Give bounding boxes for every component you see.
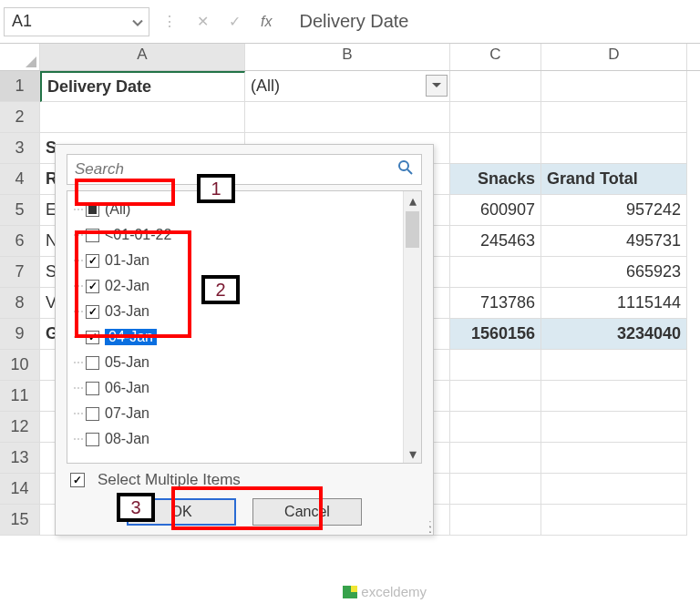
cell-c1[interactable]	[450, 71, 541, 102]
filter-item[interactable]: 07-Jan	[86, 401, 399, 426]
svg-point-0	[399, 161, 408, 170]
checkbox-checked-icon[interactable]	[86, 280, 99, 293]
chevron-down-icon[interactable]	[132, 12, 143, 31]
filter-item-label: 08-Jan	[105, 431, 149, 447]
dropdown-icon: ⋮	[162, 13, 177, 30]
name-box-value: A1	[12, 12, 32, 31]
scrollbar[interactable]: ▴ ▾	[403, 191, 421, 463]
select-multiple-label: Select Multiple Items	[98, 471, 241, 489]
cell-c6[interactable]: 245463	[450, 226, 541, 257]
checkbox-checked-icon[interactable]	[86, 331, 99, 344]
filter-item[interactable]: 02-Jan	[86, 273, 399, 299]
formula-bar-icons: ⋮ ✕ ✓ fx	[162, 13, 272, 30]
ok-button[interactable]: OK	[127, 498, 236, 526]
row-header[interactable]: 4	[0, 164, 40, 195]
checkbox-icon[interactable]	[86, 356, 99, 370]
filter-item-label: <01-01-22	[105, 227, 171, 243]
scroll-up-icon[interactable]: ▴	[404, 191, 421, 210]
checkbox-icon[interactable]	[86, 407, 99, 421]
filter-item-selected[interactable]: 04-Jan	[86, 324, 399, 350]
search-icon[interactable]	[397, 159, 414, 179]
row-header[interactable]: 10	[0, 350, 40, 381]
cell-d6[interactable]: 495731	[541, 226, 687, 257]
cell-b1[interactable]: (All)	[245, 71, 450, 102]
check-icon: ✓	[229, 13, 241, 30]
filter-item[interactable]: 08-Jan	[86, 426, 399, 452]
filter-item-label: 07-Jan	[105, 405, 149, 422]
filter-dropdown-icon[interactable]	[426, 75, 448, 97]
checkbox-mixed-icon[interactable]	[86, 203, 99, 217]
row-header[interactable]: 12	[0, 412, 40, 443]
cell-a1[interactable]: Delivery Date	[40, 71, 245, 102]
watermark-logo-icon	[343, 586, 357, 598]
filter-item-label: 01-Jan	[105, 252, 149, 269]
watermark: exceldemy	[343, 584, 427, 599]
cell-c4[interactable]: Snacks	[450, 164, 541, 195]
col-header-a[interactable]: A	[40, 44, 245, 70]
checkbox-icon[interactable]	[86, 229, 99, 242]
row-header[interactable]: 9	[0, 319, 40, 350]
filter-item-label: 06-Jan	[105, 380, 149, 396]
formula-bar: A1 ⋮ ✕ ✓ fx Delivery Date	[0, 0, 700, 44]
row-header[interactable]: 6	[0, 226, 40, 257]
scroll-thumb[interactable]	[406, 211, 419, 248]
cell-d7[interactable]: 665923	[541, 257, 687, 288]
checkbox-checked-icon[interactable]	[86, 305, 99, 319]
filter-item-label: 05-Jan	[105, 354, 149, 371]
filter-item-label: (All)	[105, 201, 130, 218]
col-header-b[interactable]: B	[245, 44, 450, 70]
cell-d9[interactable]: 3234040	[541, 319, 687, 350]
cell-d4[interactable]: Grand Total	[541, 164, 687, 195]
checkbox-icon[interactable]	[86, 433, 99, 446]
column-header-row: A B C D	[0, 44, 700, 71]
cancel-icon: ✕	[197, 13, 209, 30]
filter-item[interactable]: <01-01-22	[86, 222, 399, 248]
scroll-down-icon[interactable]: ▾	[404, 445, 421, 463]
row-header[interactable]: 11	[0, 381, 40, 412]
cell-c9[interactable]: 1560156	[450, 319, 541, 350]
row-header[interactable]: 15	[0, 505, 40, 536]
row-header[interactable]: 5	[0, 195, 40, 226]
filter-item[interactable]: 01-Jan	[86, 248, 399, 273]
name-box[interactable]: A1	[4, 7, 149, 36]
cell-c5[interactable]: 600907	[450, 195, 541, 226]
checkbox-checked-icon[interactable]	[86, 254, 99, 268]
col-header-d[interactable]: D	[541, 44, 687, 70]
select-multiple-items[interactable]: Select Multiple Items	[70, 471, 422, 489]
dialog-buttons: OK Cancel	[67, 498, 422, 526]
cell-d8[interactable]: 1115144	[541, 288, 687, 319]
filter-item[interactable]: 03-Jan	[86, 299, 399, 324]
filter-item-label: 04-Jan	[105, 329, 157, 345]
pivot-filter-popup: (All) <01-01-22 01-Jan 02-Jan 03-Jan 04-…	[55, 144, 434, 536]
cell-c8[interactable]: 713786	[450, 288, 541, 319]
cell-d5[interactable]: 957242	[541, 195, 687, 226]
cell-b1-text: (All)	[251, 77, 280, 96]
filter-tree: (All) <01-01-22 01-Jan 02-Jan 03-Jan 04-…	[67, 190, 422, 464]
filter-item[interactable]: 06-Jan	[86, 375, 399, 401]
search-input[interactable]	[75, 160, 397, 179]
filter-item-label: 02-Jan	[105, 278, 149, 294]
select-all-triangle[interactable]	[0, 44, 40, 70]
checkbox-icon[interactable]	[86, 382, 99, 395]
cell-c7[interactable]	[450, 257, 541, 288]
checkbox-checked-icon[interactable]	[70, 473, 85, 487]
filter-item[interactable]: 05-Jan	[86, 350, 399, 375]
fx-icon[interactable]: fx	[261, 14, 272, 30]
formula-content[interactable]: Delivery Date	[299, 11, 408, 32]
cell-d1[interactable]	[541, 71, 687, 102]
filter-item-label: 03-Jan	[105, 303, 149, 320]
cancel-button[interactable]: Cancel	[252, 498, 362, 526]
svg-line-1	[407, 169, 412, 174]
row-header[interactable]: 8	[0, 288, 40, 319]
row-header[interactable]: 2	[0, 102, 40, 133]
row-header[interactable]: 13	[0, 443, 40, 474]
search-field-wrap[interactable]	[67, 154, 422, 185]
row-header[interactable]: 14	[0, 474, 40, 505]
row-header[interactable]: 3	[0, 133, 40, 164]
watermark-text: exceldemy	[361, 584, 427, 599]
row-header[interactable]: 7	[0, 257, 40, 288]
col-header-c[interactable]: C	[450, 44, 541, 70]
filter-item-all[interactable]: (All)	[86, 197, 399, 222]
row-header[interactable]: 1	[0, 71, 40, 102]
resize-grip-icon[interactable]: .:.::	[428, 521, 429, 532]
